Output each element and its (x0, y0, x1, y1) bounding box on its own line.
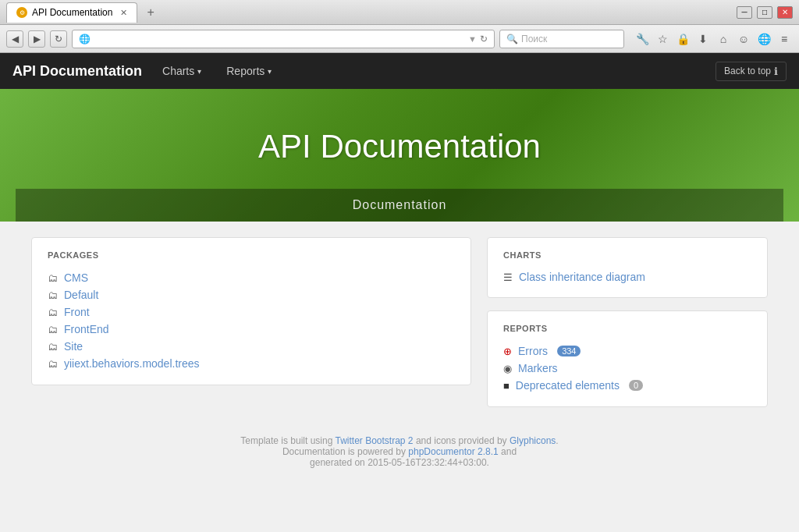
ssl-icon: ▼ (468, 34, 477, 44)
list-item: ■ Deprecated elements 0 (503, 377, 751, 394)
reports-dropdown-arrow: ▾ (268, 67, 272, 76)
folder-icon: 🗂 (48, 324, 58, 335)
app-brand[interactable]: API Documentation (12, 63, 142, 80)
right-panel: CHARTS ☰ Class inheritance diagram REPOR… (487, 237, 768, 407)
window-controls: ─ □ ✕ (737, 6, 793, 19)
hero-section: API Documentation Documentation (0, 89, 799, 222)
close-button[interactable]: ✕ (777, 6, 793, 19)
list-item: ◉ Markers (503, 360, 751, 377)
search-box[interactable]: 🔍 Поиск (499, 30, 624, 48)
back-button[interactable]: ◀ (6, 30, 23, 48)
nav-charts-label: Charts (162, 65, 194, 77)
package-link-default[interactable]: Default (64, 289, 98, 301)
search-icon: 🔍 (506, 34, 518, 44)
marker-icon: ◉ (503, 363, 512, 374)
reports-section-title: REPORTS (503, 324, 751, 333)
download-icon[interactable]: ⬇ (694, 30, 712, 48)
left-panel: PACKAGES 🗂 CMS 🗂 Default 🗂 Front 🗂 (31, 237, 471, 407)
main-content: API Documentation Documentation PACKAGES… (0, 89, 799, 532)
footer-line1: Template is built using Twitter Bootstra… (0, 435, 799, 446)
browser-tools: 🔧 ☆ 🔒 ⬇ ⌂ ☺ 🌐 ≡ (634, 30, 793, 48)
lock-icon[interactable]: 🔒 (674, 30, 691, 48)
back-to-top-icon: ℹ (774, 66, 778, 77)
folder-icon: 🗂 (48, 272, 58, 284)
search-placeholder: Поиск (521, 34, 547, 44)
maximize-button[interactable]: □ (757, 6, 772, 19)
report-errors-link[interactable]: Errors (518, 345, 548, 357)
footer-prefix2: Documentation is powered by (282, 446, 408, 457)
tab-close-button[interactable]: ✕ (120, 8, 127, 18)
report-markers-link[interactable]: Markers (518, 362, 558, 374)
list-item: ☰ Class inheritance diagram (503, 269, 751, 285)
reload-icon: ↻ (480, 34, 488, 44)
errors-badge: 334 (557, 346, 581, 356)
hero-title: API Documentation (16, 112, 783, 189)
list-item: 🗂 CMS (48, 269, 455, 286)
menu-icon[interactable]: ≡ (776, 30, 793, 48)
nav-reports[interactable]: Reports ▾ (222, 62, 276, 80)
hero-subtitle: Documentation (16, 198, 783, 212)
profile-icon[interactable]: ☺ (735, 30, 752, 48)
tab-title: API Documentation (32, 7, 112, 18)
footer-suffix1: . (556, 435, 558, 446)
footer-glyphicons-link[interactable]: Glyphicons (510, 435, 556, 446)
deprecated-badge: 0 (629, 380, 643, 391)
minimize-button[interactable]: ─ (737, 6, 752, 19)
footer-bootstrap-link[interactable]: Twitter Bootstrap 2 (336, 435, 414, 446)
package-link-yiiext[interactable]: yiiext.behaviors.model.trees (64, 357, 200, 370)
back-to-top-label: Back to top (724, 66, 771, 76)
packages-section-title: PACKAGES (48, 250, 455, 260)
packages-card: PACKAGES 🗂 CMS 🗂 Default 🗂 Front 🗂 (31, 237, 471, 385)
deprecated-icon: ■ (503, 380, 510, 392)
home-icon[interactable]: ⌂ (715, 30, 732, 48)
list-item: 🗂 FrontEnd (48, 321, 455, 338)
address-icon: 🌐 (79, 34, 91, 44)
footer-line2: Documentation is powered by phpDocumento… (0, 446, 799, 457)
package-link-site[interactable]: Site (64, 340, 83, 353)
package-link-front[interactable]: Front (64, 306, 90, 318)
list-item: 🗂 yiiext.behaviors.model.trees (48, 355, 455, 372)
new-tab-button[interactable]: + (140, 4, 160, 21)
list-item: 🗂 Default (48, 286, 455, 303)
tab-favicon: ⚙ (16, 7, 27, 18)
browser-nav-bar: ◀ ▶ ↻ 🌐 ▼ ↻ 🔍 Поиск 🔧 ☆ 🔒 ⬇ ⌂ ☺ 🌐 ≡ (0, 25, 799, 53)
tab-bar: ⚙ API Documentation ✕ + (6, 2, 161, 23)
bookmark-icon[interactable]: ☆ (654, 30, 671, 48)
reports-card: REPORTS ⊕ Errors 334 ◉ Markers ■ Depreca… (487, 310, 768, 407)
list-item: 🗂 Site (48, 338, 455, 355)
nav-reports-label: Reports (226, 65, 265, 77)
browser-frame: ⚙ API Documentation ✕ + ─ □ ✕ ◀ ▶ ↻ 🌐 ▼ … (0, 0, 799, 532)
chart-diagram-icon: ☰ (503, 271, 513, 283)
report-deprecated-link[interactable]: Deprecated elements (516, 379, 620, 392)
error-icon: ⊕ (503, 346, 512, 357)
footer-mid1: and icons provided by (414, 435, 510, 446)
list-item: ⊕ Errors 334 (503, 342, 751, 360)
chart-inheritance-link[interactable]: Class inheritance diagram (519, 271, 645, 283)
footer-prefix1: Template is built using (240, 435, 335, 446)
globe-icon[interactable]: 🌐 (755, 30, 772, 48)
list-item: 🗂 Front (48, 303, 455, 321)
address-bar[interactable]: 🌐 ▼ ↻ (72, 30, 495, 48)
charts-section-title: CHARTS (503, 250, 751, 260)
charts-dropdown-arrow: ▾ (197, 67, 201, 76)
footer: Template is built using Twitter Bootstra… (0, 423, 799, 484)
folder-icon: 🗂 (48, 341, 58, 353)
hero-subtitle-bar: Documentation (16, 189, 783, 222)
content-area: PACKAGES 🗂 CMS 🗂 Default 🗂 Front 🗂 (0, 222, 799, 423)
forward-button[interactable]: ▶ (28, 30, 45, 48)
package-link-frontend[interactable]: FrontEnd (64, 323, 109, 335)
folder-icon: 🗂 (48, 307, 58, 318)
package-link-cms[interactable]: CMS (64, 271, 88, 284)
footer-suffix2: and (499, 446, 517, 457)
folder-icon: 🗂 (48, 289, 58, 301)
back-to-top-button[interactable]: Back to top ℹ (716, 62, 787, 81)
nav-charts[interactable]: Charts ▾ (158, 62, 206, 80)
footer-line3: generated on 2015-05-16T23:32:44+03:00. (0, 457, 799, 468)
refresh-button[interactable]: ↻ (50, 30, 67, 48)
wrench-icon[interactable]: 🔧 (634, 30, 651, 48)
app-navbar: API Documentation Charts ▾ Reports ▾ Bac… (0, 53, 799, 89)
active-tab[interactable]: ⚙ API Documentation ✕ (6, 2, 137, 23)
charts-card: CHARTS ☰ Class inheritance diagram (487, 237, 768, 298)
footer-phpdoc-link[interactable]: phpDocumentor 2.8.1 (408, 446, 498, 457)
title-bar: ⚙ API Documentation ✕ + ─ □ ✕ (0, 0, 799, 25)
